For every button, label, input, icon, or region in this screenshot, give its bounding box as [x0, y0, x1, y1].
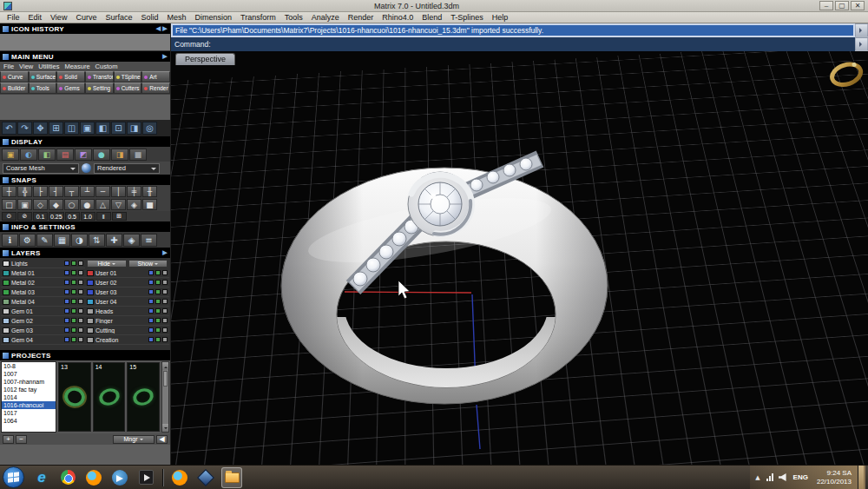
scroll-down-icon[interactable]	[162, 424, 168, 432]
snap-option-icon[interactable]: ‖	[96, 212, 111, 221]
menu-item[interactable]: Help	[488, 13, 513, 22]
project-item[interactable]: 1012 fac tay	[2, 386, 56, 393]
layer-lock-toggle[interactable]	[155, 327, 161, 333]
layer-render-toggle[interactable]	[78, 280, 83, 285]
layer-render-toggle[interactable]	[162, 280, 168, 285]
layer-visibility-toggle[interactable]	[148, 308, 154, 314]
command-prompt-label[interactable]: Command:	[174, 40, 211, 49]
project-item[interactable]: 1064	[2, 417, 56, 425]
main-menu-button[interactable]: Gems	[56, 83, 85, 94]
add-project-button[interactable]: +	[3, 435, 14, 444]
layer-lock-toggle[interactable]	[71, 299, 76, 304]
main-menu-button[interactable]: Art	[141, 71, 170, 83]
layer-color-swatch[interactable]	[87, 327, 94, 334]
project-thumbnail[interactable]: 13	[58, 362, 91, 432]
ring-3d-model[interactable]	[171, 51, 868, 465]
snap-option-icon[interactable]: ⊙	[2, 212, 16, 221]
snap-toggle-icon[interactable]: ┤	[49, 186, 63, 197]
info-settings-icon[interactable]: ◑	[71, 234, 88, 247]
display-mode-icon[interactable]: ■	[129, 149, 147, 161]
project-thumbnail[interactable]: 14	[93, 362, 126, 432]
language-indicator[interactable]: ENG	[793, 473, 808, 481]
view-tool-icon[interactable]: ⊞	[49, 122, 63, 135]
snap-toggle-icon[interactable]: ○	[64, 199, 79, 210]
snap-toggle-icon[interactable]: ◆	[49, 199, 63, 210]
media-player-icon[interactable]	[135, 467, 156, 488]
main-menu-expand-icon[interactable]: ▶	[162, 52, 168, 61]
layer-color-swatch[interactable]	[3, 280, 10, 286]
layer-row[interactable]: User 01	[85, 268, 169, 278]
project-item[interactable]: 10-8	[2, 362, 56, 370]
layer-render-toggle[interactable]	[162, 318, 168, 323]
layer-lock-toggle[interactable]	[71, 318, 76, 323]
layer-render-toggle[interactable]	[78, 327, 83, 333]
snap-increment-value[interactable]: 0.5	[65, 212, 80, 221]
main-menu-tab[interactable]: View	[19, 63, 33, 70]
main-menu-button[interactable]: Transform	[85, 71, 114, 83]
layer-lock-toggle[interactable]	[71, 280, 76, 285]
command-dock-button-bottom[interactable]	[855, 37, 868, 51]
layer-visibility-toggle[interactable]	[64, 318, 69, 323]
info-settings-icon[interactable]: ≡	[141, 234, 157, 247]
layer-row[interactable]: Finger	[85, 316, 169, 326]
layer-visibility-toggle[interactable]	[64, 261, 69, 266]
firefox-icon-2[interactable]	[169, 467, 190, 488]
start-button[interactable]	[3, 466, 24, 488]
info-settings-icon[interactable]: ▦	[54, 234, 70, 247]
view-tool-icon[interactable]: ◫	[64, 122, 79, 135]
menu-item[interactable]: T-Splines	[446, 13, 488, 22]
layer-color-swatch[interactable]	[87, 270, 94, 276]
layer-row[interactable]: Metal 04	[1, 297, 85, 307]
layer-render-toggle[interactable]	[78, 308, 83, 314]
shade-mode-dropdown[interactable]: Rendered	[94, 163, 160, 174]
layer-row[interactable]: Lights	[1, 259, 85, 268]
scroll-up-icon[interactable]	[162, 362, 168, 370]
show-desktop-button[interactable]	[858, 466, 864, 489]
snap-toggle-icon[interactable]: ╬	[17, 186, 32, 197]
layer-render-toggle[interactable]	[78, 261, 83, 266]
project-item[interactable]: 1014	[2, 393, 56, 401]
layer-lock-toggle[interactable]	[71, 308, 76, 314]
history-forward-icon[interactable]: ▶	[162, 24, 168, 33]
mesh-mode-dropdown[interactable]: Coarse Mesh	[3, 163, 79, 174]
layer-lock-toggle[interactable]	[71, 289, 76, 294]
layer-visibility-toggle[interactable]	[148, 299, 154, 304]
info-settings-icon[interactable]: ⇅	[89, 234, 105, 247]
info-settings-icon[interactable]: ✎	[36, 234, 53, 247]
layer-render-toggle[interactable]	[78, 270, 83, 275]
view-tool-icon[interactable]: ▣	[80, 122, 95, 135]
project-item[interactable]: 1017	[2, 409, 56, 417]
menu-item[interactable]: Edit	[24, 13, 47, 22]
main-menu-button[interactable]: Builder	[0, 83, 29, 94]
main-menu-tab[interactable]: Custom	[95, 63, 118, 70]
display-mode-icon[interactable]: ◐	[20, 149, 37, 161]
layer-color-swatch[interactable]	[87, 308, 94, 314]
layer-color-swatch[interactable]	[3, 318, 10, 324]
menu-item[interactable]: Blend	[418, 13, 446, 22]
manager-button[interactable]: Mngr	[113, 435, 155, 444]
title-bar[interactable]: Matrix 7.0 - Untitled.3dm – ▢ ✕	[0, 0, 868, 12]
layer-color-swatch[interactable]	[3, 270, 10, 276]
layer-lock-toggle[interactable]	[155, 289, 161, 294]
show-all-layers-button[interactable]: Show	[128, 260, 168, 268]
snap-toggle-icon[interactable]: □	[2, 199, 16, 210]
layer-row[interactable]: Metal 03	[1, 287, 85, 297]
main-menu-button[interactable]: Solid	[56, 71, 85, 83]
menu-item[interactable]: Dimension	[190, 13, 236, 22]
layer-lock-toggle[interactable]	[155, 318, 161, 323]
layer-row[interactable]: User 02	[85, 278, 169, 287]
icon-history-strip[interactable]	[0, 34, 170, 51]
display-mode-icon[interactable]: ▣	[2, 149, 19, 161]
snap-toggle-icon[interactable]: ▽	[111, 199, 126, 210]
layer-row[interactable]: User 04	[85, 297, 169, 307]
layer-color-swatch[interactable]	[3, 308, 10, 314]
info-settings-icon[interactable]: ✚	[106, 234, 122, 247]
network-icon[interactable]	[766, 473, 773, 481]
layer-row[interactable]: User 03	[85, 287, 169, 297]
snap-toggle-icon[interactable]: ◇	[33, 199, 48, 210]
main-menu-tab[interactable]: Measure	[64, 63, 89, 70]
view-tool-icon[interactable]: ↶	[2, 122, 16, 135]
layer-render-toggle[interactable]	[162, 337, 168, 342]
layer-visibility-toggle[interactable]	[148, 327, 154, 333]
layer-row[interactable]: Gem 02	[1, 316, 85, 326]
